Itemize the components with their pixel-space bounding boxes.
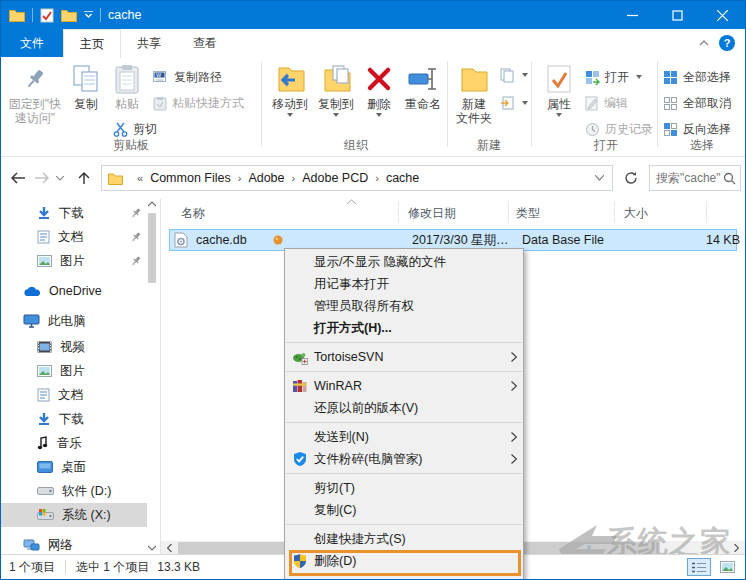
properties-button[interactable]: 属性 [539, 61, 579, 117]
sidebar-item-music[interactable]: 音乐 [1, 431, 147, 455]
maximize-button[interactable] [655, 1, 700, 29]
paste-button[interactable]: 粘贴 [105, 61, 149, 111]
easy-access-button[interactable] [499, 93, 528, 113]
download-icon [37, 206, 51, 220]
pin-icon [131, 256, 141, 266]
details-view-button[interactable] [687, 558, 711, 576]
sidebar-item-pictures2[interactable]: 图片 [1, 359, 147, 383]
pin-to-quick-access-button[interactable]: 固定到"快 速访问" [5, 61, 65, 125]
scroll-right-icon[interactable] [728, 541, 745, 555]
large-icons-view-button[interactable] [715, 558, 739, 576]
history-button[interactable]: 历史记录 [585, 119, 653, 139]
minimize-button[interactable] [610, 1, 655, 29]
menu-item-toggle-hidden-files[interactable]: 显示/不显示 隐藏的文件 [285, 251, 523, 273]
document-icon [37, 388, 50, 402]
pin-icon [131, 208, 141, 218]
rename-button[interactable]: 重命名 [399, 61, 447, 111]
sidebar-item-this-pc[interactable]: 此电脑 [1, 309, 147, 333]
select-none-button[interactable]: 全部取消 [663, 93, 731, 113]
sidebar-item-drive-d[interactable]: 软件 (D:) [1, 479, 147, 503]
recent-locations-icon[interactable] [53, 166, 67, 190]
scrollbar-thumb[interactable] [148, 213, 156, 283]
breadcrumb[interactable]: « Common Files › Adobe › Adobe PCD › cac… [101, 165, 613, 191]
up-button[interactable] [73, 166, 95, 190]
sidebar-item-documents2[interactable]: 文档 [1, 383, 147, 407]
sidebar-item-onedrive[interactable]: OneDrive [1, 279, 147, 303]
tab-view[interactable]: 查看 [177, 29, 233, 57]
qat-properties-icon[interactable] [40, 8, 54, 23]
sidebar-item-documents[interactable]: 文档 [1, 225, 147, 249]
music-icon [37, 436, 49, 450]
menu-item-open-with[interactable]: 打开方式(H)... [285, 317, 523, 339]
sidebar-item-desktop[interactable]: 桌面 [1, 455, 147, 479]
invert-selection-icon [663, 122, 678, 137]
sidebar-item-videos[interactable]: 视频 [1, 335, 147, 359]
invert-selection-button[interactable]: 反向选择 [663, 119, 731, 139]
copy-path-button[interactable]: W 复制路径 [153, 67, 222, 87]
tab-share[interactable]: 共享 [121, 29, 177, 57]
close-button[interactable] [700, 1, 745, 29]
sidebar-scrollbar[interactable] [146, 199, 158, 555]
tab-file[interactable]: 文件 [1, 29, 63, 57]
help-icon[interactable]: ? [719, 35, 735, 51]
context-menu: 显示/不显示 隐藏的文件 用记事本打开 管理员取得所有权 打开方式(H)... … [284, 248, 524, 580]
search-box[interactable]: 搜索"cache" [649, 165, 741, 191]
copy-icon [73, 61, 99, 97]
menu-separator [285, 419, 523, 426]
new-folder-button[interactable]: 新建 文件夹 [451, 61, 497, 125]
sidebar-item-downloads2[interactable]: 下载 [1, 407, 147, 431]
move-to-button[interactable]: 移动到 [267, 61, 313, 117]
sidebar-item-drive-x[interactable]: 系统 (X:) [1, 503, 147, 527]
menu-item-file-shredder[interactable]: 文件粉碎(电脑管家) [285, 448, 523, 470]
breadcrumb-item[interactable]: Adobe PCD [302, 171, 368, 185]
column-header-date[interactable]: 修改日期 [408, 205, 456, 222]
search-input[interactable]: 搜索"cache" [656, 170, 723, 187]
delete-button[interactable]: 删除 [359, 61, 399, 117]
address-dropdown-icon[interactable] [595, 175, 612, 181]
breadcrumb-folder-icon [108, 172, 123, 185]
menu-item-tortoisesvn[interactable]: TortoiseSVN [285, 346, 523, 368]
select-all-button[interactable]: 全部选择 [663, 67, 731, 87]
breadcrumb-item[interactable]: Common Files [150, 171, 231, 185]
menu-item-take-ownership[interactable]: 管理员取得所有权 [285, 295, 523, 317]
cut-button[interactable]: 剪切 [113, 119, 157, 139]
column-header-type[interactable]: 类型 [516, 205, 540, 222]
paste-shortcut-button[interactable]: 粘贴快捷方式 [153, 93, 244, 113]
scroll-left-icon[interactable] [161, 541, 178, 555]
open-button[interactable]: 打开 [585, 67, 642, 87]
scroll-up-icon[interactable] [148, 201, 156, 207]
refresh-button[interactable] [619, 165, 643, 191]
copy-button[interactable]: 复制 [67, 61, 105, 111]
menu-item-open-with-notepad[interactable]: 用记事本打开 [285, 273, 523, 295]
forward-button[interactable] [31, 166, 53, 190]
menu-item-copy[interactable]: 复制(C) [285, 499, 523, 521]
explorer-window: cache 文件 主页 共享 查看 ? 固定到"快 速访问" 复制 [0, 0, 746, 580]
breadcrumb-item[interactable]: Adobe [248, 171, 284, 185]
breadcrumb-separator: › [238, 172, 242, 184]
new-item-icon [499, 67, 515, 83]
menu-item-create-shortcut[interactable]: 创建快捷方式(S) [285, 528, 523, 550]
menu-item-cut[interactable]: 剪切(T) [285, 477, 523, 499]
picture-icon [37, 255, 52, 267]
tab-home[interactable]: 主页 [63, 29, 121, 58]
qat-customize-icon[interactable] [84, 11, 93, 19]
qat-new-folder-icon[interactable] [61, 8, 77, 22]
breadcrumb-item[interactable]: cache [386, 171, 419, 185]
column-header-name[interactable]: 名称 [181, 205, 205, 222]
menu-item-send-to[interactable]: 发送到(N) [285, 426, 523, 448]
breadcrumb-separator: › [292, 172, 296, 184]
edit-button[interactable]: 编辑 [585, 93, 628, 113]
copy-to-button[interactable]: 复制到 [313, 61, 359, 117]
sidebar-item-downloads[interactable]: 下载 [1, 201, 147, 225]
menu-item-restore-previous-versions[interactable]: 还原以前的版本(V) [285, 397, 523, 419]
menu-separator [285, 521, 523, 528]
menu-item-winrar[interactable]: WinRAR [285, 375, 523, 397]
group-label-open: 打开 [561, 137, 651, 151]
collapse-ribbon-icon[interactable] [699, 40, 709, 46]
sidebar-item-pictures[interactable]: 图片 [1, 249, 147, 273]
breadcrumb-prefix: « [137, 172, 143, 184]
scroll-down-icon[interactable] [148, 545, 156, 551]
column-header-size[interactable]: 大小 [624, 205, 648, 222]
back-button[interactable] [7, 166, 29, 190]
new-item-button[interactable] [499, 65, 528, 85]
